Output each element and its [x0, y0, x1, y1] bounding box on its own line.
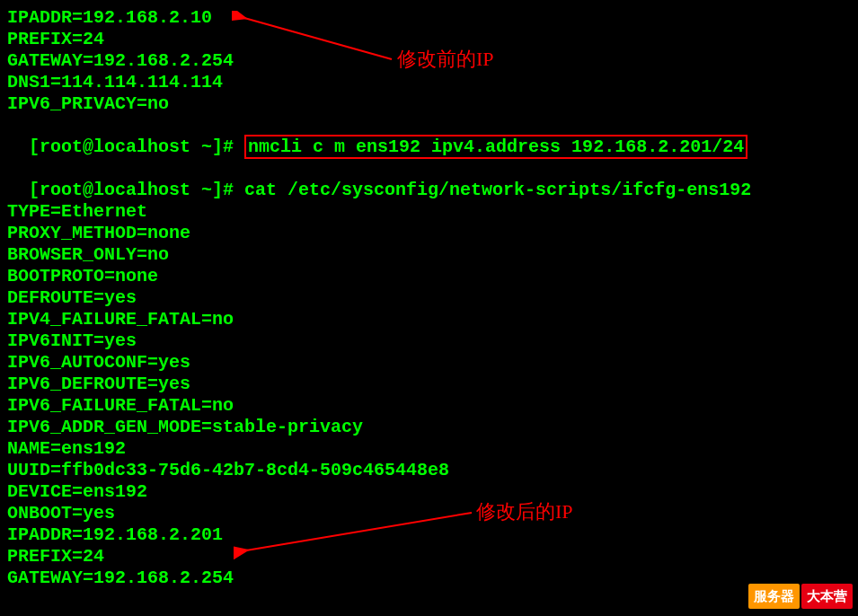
output-line: IPV6_ADDR_GEN_MODE=stable-privacy	[7, 417, 851, 438]
watermark-right: 大本营	[801, 584, 853, 609]
annotation-after-ip: 修改后的IP	[476, 501, 573, 523]
output-line: IPV6_FAILURE_FATAL=no	[7, 395, 851, 417]
output-line: IPV6_AUTOCONF=yes	[7, 352, 851, 374]
watermark-left: 服务器	[748, 584, 800, 609]
watermark-badge: 服务器 大本营	[748, 584, 853, 609]
output-line: PROXY_METHOD=none	[7, 223, 851, 244]
output-line: PREFIX=24	[7, 546, 851, 568]
output-line: IPADDR=192.168.2.201	[7, 524, 851, 546]
cat-command: cat /etc/sysconfig/network-scripts/ifcfg…	[244, 180, 751, 200]
output-line: IPV6_PRIVACY=no	[7, 93, 851, 115]
output-line: UUID=ffb0dc33-75d6-42b7-8cd4-509c465448e…	[7, 460, 851, 481]
shell-prompt: [root@localhost ~]#	[29, 180, 244, 200]
output-line: GATEWAY=192.168.2.254	[7, 568, 851, 589]
output-line: IPV4_FAILURE_FATAL=no	[7, 309, 851, 330]
output-line: DEVICE=ens192	[7, 481, 851, 503]
annotation-before-ip: 修改前的IP	[397, 48, 494, 70]
command-line[interactable]: [root@localhost ~]# nmcli c m ens192 ipv…	[7, 115, 851, 158]
nmcli-command: nmcli c m ens192 ipv4.address 192.168.2.…	[244, 135, 747, 159]
output-line: IPV6_DEFROUTE=yes	[7, 374, 851, 395]
shell-prompt: [root@localhost ~]#	[29, 136, 244, 157]
output-line: BOOTPROTO=none	[7, 266, 851, 287]
output-line: TYPE=Ethernet	[7, 201, 851, 223]
output-line: IPV6INIT=yes	[7, 330, 851, 352]
output-line: BROWSER_ONLY=no	[7, 244, 851, 266]
output-line: ONBOOT=yes	[7, 503, 851, 524]
output-line: NAME=ens192	[7, 438, 851, 460]
command-line[interactable]: [root@localhost ~]# cat /etc/sysconfig/n…	[7, 158, 851, 201]
output-line: DEFROUTE=yes	[7, 287, 851, 309]
output-line: DNS1=114.114.114.114	[7, 72, 851, 93]
output-line: IPADDR=192.168.2.10	[7, 7, 851, 29]
